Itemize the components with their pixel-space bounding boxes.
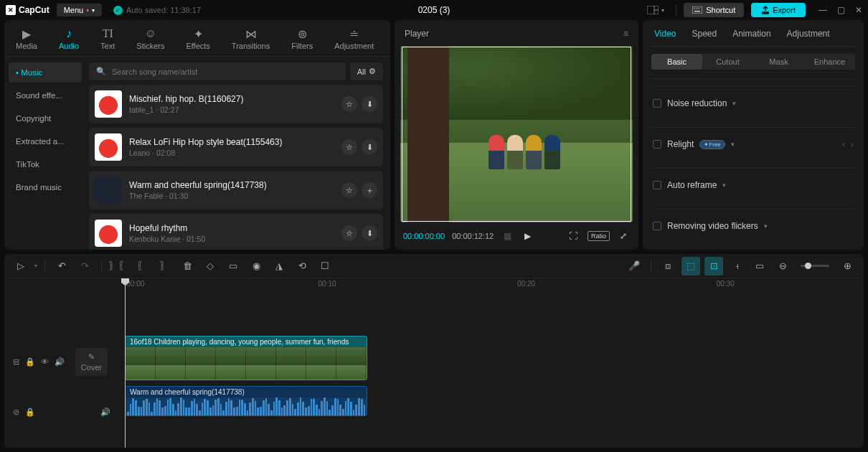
tab-audio[interactable]: ♪Audio	[57, 24, 80, 56]
cat-tiktok[interactable]: TikTok	[9, 154, 82, 174]
search-box[interactable]: 🔍	[89, 62, 346, 80]
tab-adjustment[interactable]: ≐Adjustment	[333, 24, 375, 56]
download-button[interactable]: ⬇	[362, 225, 377, 241]
cat-extracted[interactable]: Extracted a...	[9, 131, 82, 151]
tab-filters[interactable]: ⊚Filters	[290, 24, 314, 56]
mirror-button[interactable]: ◮	[270, 257, 288, 276]
undo-button[interactable]: ↶	[52, 257, 71, 276]
tab-effects[interactable]: ✦Effects	[184, 24, 211, 56]
cat-sound-effects[interactable]: Sound effe...	[9, 85, 82, 105]
subtab-cutout[interactable]: Cutout	[702, 54, 753, 70]
option-flicker[interactable]: Removing video flickers ▾	[651, 209, 855, 243]
rotate-button[interactable]: ⟲	[293, 257, 311, 276]
mark-button[interactable]: ◇	[201, 257, 220, 276]
layout-button[interactable]: ▾	[643, 4, 669, 16]
collapse-icon[interactable]: ⊘	[13, 408, 19, 417]
tab-text[interactable]: TIText	[99, 24, 116, 56]
media-icon: ▶	[22, 27, 31, 40]
tab-media[interactable]: ▶Media	[14, 24, 39, 56]
pointer-tool[interactable]: ▷	[11, 257, 30, 276]
option-auto-reframe[interactable]: Auto reframe ▾	[651, 168, 855, 202]
export-button[interactable]: Export	[751, 3, 806, 17]
next-icon[interactable]: ›	[851, 139, 854, 149]
prev-icon[interactable]: ‹	[842, 139, 845, 149]
zoom-slider[interactable]	[801, 265, 829, 267]
grid-icon[interactable]: ▦	[501, 230, 514, 243]
inspector-tab-speed[interactable]: Speed	[692, 29, 717, 39]
tab-stickers[interactable]: ☺Stickers	[135, 24, 166, 56]
lock-icon[interactable]: 🔒	[25, 408, 35, 417]
mic-button[interactable]: 🎤	[625, 257, 643, 276]
zoom-out-button[interactable]: ⊖	[773, 257, 792, 276]
subtab-mask[interactable]: Mask	[753, 54, 804, 70]
track-item[interactable]: Mischief. hip hop. B(1160627)table_1 · 0…	[89, 85, 383, 123]
link-button[interactable]: ⊡	[704, 257, 723, 276]
video-clip[interactable]: 16of18 Children playing, dancing, young …	[125, 336, 367, 380]
favorite-button[interactable]: ☆	[341, 225, 357, 241]
snap-button[interactable]: ⬚	[681, 257, 700, 276]
copy-button[interactable]: ▭	[224, 257, 242, 276]
mute-icon[interactable]: 🔊	[55, 357, 65, 367]
fullscreen-button[interactable]: ⤢	[617, 230, 630, 243]
download-button[interactable]: ⬇	[362, 96, 377, 112]
zoom-in-button[interactable]: ⊕	[838, 257, 857, 276]
maximize-button[interactable]: ▢	[837, 5, 845, 15]
filter-all-button[interactable]: All ⚙	[350, 62, 383, 80]
playhead[interactable]	[125, 278, 126, 448]
option-relight[interactable]: Relight ✦Free ▾ ‹›	[651, 127, 855, 161]
add-button[interactable]: ＋	[362, 182, 377, 198]
collapse-icon[interactable]: ⊟	[13, 357, 19, 367]
track-thumb	[95, 176, 122, 204]
favorite-button[interactable]: ☆	[341, 96, 357, 112]
track-item[interactable]: Relax LoFi Hip Hop style beat(1155463)Le…	[89, 128, 383, 166]
ratio-button[interactable]: Ratio	[588, 231, 610, 241]
trim-left-button[interactable]: 〖	[132, 257, 151, 276]
checkbox[interactable]	[653, 181, 661, 189]
preview-button[interactable]: ▭	[750, 257, 769, 276]
shortcut-button[interactable]: Shortcut	[684, 3, 744, 17]
close-button[interactable]: ✕	[855, 5, 862, 15]
inspector-tab-video[interactable]: Video	[654, 29, 676, 39]
option-noise-reduction[interactable]: Noise reduction ▾	[651, 86, 855, 120]
checkbox[interactable]	[653, 140, 661, 149]
subtab-basic[interactable]: Basic	[651, 54, 702, 70]
checkbox[interactable]	[653, 99, 661, 108]
library-tabs: ▶Media ♪Audio TIText ☺Stickers ✦Effects …	[4, 20, 390, 57]
download-button[interactable]: ⬇	[362, 139, 377, 155]
redo-button[interactable]: ↷	[75, 257, 94, 276]
crop-icon[interactable]: ⛶	[566, 230, 580, 243]
cat-copyright[interactable]: Copyright	[9, 108, 82, 128]
eye-icon[interactable]: 👁	[41, 357, 49, 366]
audio-clip[interactable]: Warm and cheerful spring(1417738)	[125, 386, 367, 416]
favorite-button[interactable]: ☆	[341, 182, 357, 198]
tracks-area[interactable]: 16of18 Children playing, dancing, young …	[119, 291, 857, 448]
align-button[interactable]: ⫞	[727, 257, 746, 276]
checkbox[interactable]	[653, 222, 661, 230]
play-button[interactable]: ▶	[522, 230, 534, 243]
record-button[interactable]: ◉	[247, 257, 265, 276]
tab-transitions[interactable]: ⋈Transitions	[230, 24, 271, 56]
inspector-tab-animation[interactable]: Animation	[732, 29, 770, 39]
lock-icon[interactable]: 🔒	[25, 357, 35, 367]
subtab-enhance[interactable]: Enhance	[804, 54, 855, 70]
time-ruler[interactable]: 00:00 00:10 00:20 00:30	[119, 278, 857, 291]
crop-button[interactable]: ☐	[316, 257, 334, 276]
menu-button[interactable]: Menu•▾	[57, 4, 102, 17]
time-current: 00:00:00:00	[403, 232, 445, 240]
trim-right-button[interactable]: 〗	[155, 257, 174, 276]
search-input[interactable]	[112, 67, 339, 76]
inspector-tab-adjustment[interactable]: Adjustment	[787, 29, 830, 39]
player-menu-icon[interactable]: ≡	[623, 29, 628, 39]
cat-music[interactable]: Music	[9, 62, 82, 83]
player-canvas[interactable]	[400, 46, 633, 222]
mute-icon[interactable]: 🔊	[100, 408, 110, 417]
split-button[interactable]: 〗〖	[109, 257, 128, 276]
favorite-button[interactable]: ☆	[341, 139, 357, 155]
cover-button[interactable]: ✎ Cover	[75, 348, 108, 376]
track-item[interactable]: Hopeful rhythmKenboku Kanie · 01:50 ☆⬇	[89, 214, 383, 250]
cat-brand-music[interactable]: Brand music	[9, 177, 82, 197]
track-item[interactable]: Warm and cheerful spring(1417738)The Fab…	[89, 171, 383, 209]
minimize-button[interactable]: ―	[819, 5, 827, 15]
delete-button[interactable]: 🗑	[178, 257, 197, 276]
magnet-button[interactable]: ⧈	[659, 257, 677, 276]
